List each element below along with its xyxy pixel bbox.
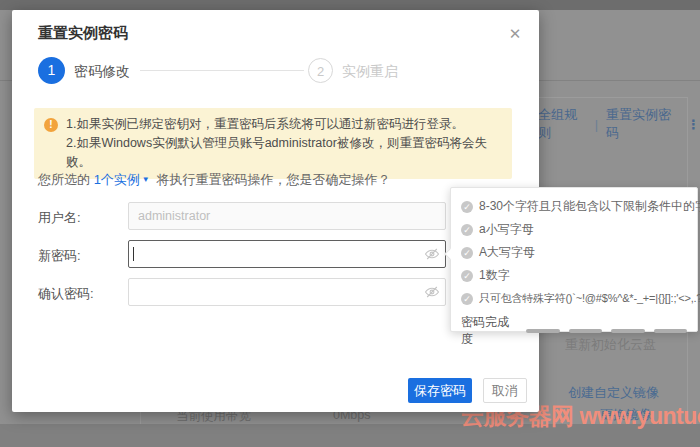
password-rules-tooltip: ✓ 8-30个字符且只能包含以下限制条件中的字符 ✓ a小写字母 ✓ A大写字母… [450, 187, 698, 332]
security-group-rules-link[interactable]: 全组规则 [538, 106, 587, 142]
kebab-menu-icon[interactable]: ⋮ [687, 117, 700, 132]
warning-line-1: 1.如果实例已绑定密钥对，重置密码后系统将可以通过新密码进行登录。 [66, 115, 502, 134]
confirm-password-label: 确认密码: [38, 285, 94, 303]
step-1-badge: 1 [38, 57, 65, 84]
strength-bar [611, 329, 644, 333]
cancel-button[interactable]: 取消 [483, 378, 527, 403]
check-circle-icon: ✓ [461, 224, 473, 236]
warning-banner: ! 1.如果实例已绑定密钥对，重置密码后系统将可以通过新密码进行登录。 2.如果… [34, 108, 512, 179]
password-rule: ✓ A大写字母 [461, 241, 687, 264]
screen: 全组规则 | 重置实例密码 ⋮ 重新初始化云盘 创建自定义镜像 更换镜像 当前使… [0, 0, 700, 447]
rule-text: A大写字母 [479, 244, 535, 261]
check-circle-icon: ✓ [461, 293, 473, 305]
dialog-title: 重置实例密码 [38, 24, 128, 43]
check-circle-icon: ✓ [461, 201, 473, 213]
username-label: 用户名: [38, 209, 81, 227]
rule-text: a小写字母 [479, 221, 534, 238]
background-action-links: 全组规则 | 重置实例密码 ⋮ [538, 106, 700, 142]
warning-icon: ! [44, 118, 58, 132]
link-separator: | [595, 117, 598, 132]
save-password-button[interactable]: 保存密码 [408, 378, 472, 403]
password-rule: ✓ a小写字母 [461, 218, 687, 241]
confirm-prefix: 您所选的 [38, 172, 94, 187]
warning-line-2: 2.如果Windows实例默认管理员账号administrator被修改，则重置… [66, 134, 502, 172]
password-rule: ✓ 只可包含特殊字符()`~!@#$%^&*-_+=|{}[]:;'<>,.?/ [461, 287, 687, 310]
new-password-label: 新密码: [38, 247, 81, 265]
check-circle-icon: ✓ [461, 270, 473, 282]
rule-text: 1数字 [479, 267, 510, 284]
step-2-badge: 2 [308, 58, 333, 83]
strength-bar [526, 329, 559, 333]
step-1-label: 密码修改 [74, 63, 130, 81]
eye-off-icon[interactable] [424, 246, 440, 262]
strength-bar [654, 329, 687, 333]
password-rule: ✓ 1数字 [461, 264, 687, 287]
reset-password-link[interactable]: 重置实例密码 [606, 106, 679, 142]
rule-text: 只可包含特殊字符()`~!@#$%^&*-_+=|{}[]:;'<>,.?/ [479, 291, 700, 306]
confirm-password-field[interactable] [128, 278, 446, 306]
eye-off-icon[interactable] [424, 284, 440, 300]
username-field [128, 202, 446, 230]
strength-label: 密码完成度 [461, 314, 515, 348]
selected-instances-dropdown[interactable]: 1个实例 [94, 172, 140, 187]
confirm-sentence: 您所选的 1个实例▼ 将执行重置密码操作，您是否确定操作？ [38, 171, 390, 189]
confirm-suffix: 将执行重置密码操作，您是否确定操作？ [153, 172, 391, 187]
create-custom-image-link[interactable]: 创建自定义镜像 [568, 384, 659, 402]
step-2-label: 实例重启 [342, 63, 398, 81]
check-circle-icon: ✓ [461, 247, 473, 259]
rule-text: 8-30个字符且只能包含以下限制条件中的字符 [479, 198, 700, 215]
strength-bar [569, 329, 602, 333]
new-password-field[interactable] [128, 240, 446, 268]
text-cursor [133, 247, 134, 261]
background-top-strip [0, 0, 700, 10]
step-connector [140, 70, 304, 71]
password-rule: ✓ 8-30个字符且只能包含以下限制条件中的字符 [461, 195, 687, 218]
chevron-down-icon[interactable]: ▼ [142, 175, 150, 184]
close-icon[interactable]: ✕ [505, 24, 525, 44]
password-strength-meter: 密码完成度 [461, 314, 687, 348]
